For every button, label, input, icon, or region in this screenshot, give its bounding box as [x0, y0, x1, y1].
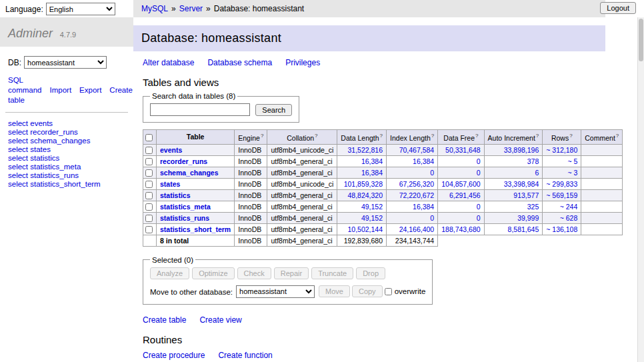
data-length-cell-link[interactable]: 49,152 — [361, 214, 383, 222]
sidebar-table-link[interactable]: select statistics — [8, 154, 125, 163]
sidebar-table-link[interactable]: select statistics_short_term — [8, 180, 125, 189]
data-length-cell-link[interactable]: 101,859,328 — [344, 180, 383, 188]
sidebar-menu-link[interactable]: Import — [50, 86, 72, 94]
db-select[interactable]: homeassistant — [24, 56, 107, 69]
move-db-select[interactable]: homeassistant — [236, 285, 315, 298]
help-icon[interactable]: ? — [315, 133, 317, 139]
help-icon[interactable]: ? — [261, 133, 263, 139]
index-length-cell-link[interactable]: 24,166,400 — [399, 225, 435, 233]
index-length-cell-link[interactable]: 67,256,320 — [399, 180, 435, 188]
data-length-cell-link[interactable]: 16,384 — [361, 169, 383, 177]
rows-cell-link[interactable]: ~ 299,833 — [546, 180, 577, 188]
sidebar-menu-link[interactable]: SQL command — [8, 76, 42, 94]
app-name-link[interactable]: Adminer — [8, 27, 53, 40]
table-name-link[interactable]: events — [160, 146, 182, 154]
rows-cell-link[interactable]: ~ 3 — [567, 169, 577, 177]
help-icon[interactable]: ? — [431, 133, 434, 139]
row-checkbox[interactable] — [145, 192, 153, 199]
data-length-cell-link[interactable]: 48,824,320 — [347, 191, 383, 199]
index-length-cell-link[interactable]: 0 — [430, 169, 434, 177]
routine-link[interactable]: Create function — [218, 351, 272, 360]
breadcrumb-link[interactable]: MySQL — [141, 4, 168, 13]
db-action-link[interactable]: Database schema — [207, 58, 272, 67]
help-icon[interactable]: ? — [475, 133, 478, 139]
auto-increment-cell-link[interactable]: 913,577 — [513, 191, 539, 199]
rows-cell-link[interactable]: ~ 244 — [560, 203, 578, 211]
data-length-cell-link[interactable]: 16,384 — [361, 157, 383, 165]
help-icon[interactable]: ? — [536, 133, 539, 139]
auto-increment-cell-link[interactable]: 325 — [527, 203, 539, 211]
breadcrumb-link[interactable]: Server — [179, 4, 203, 13]
data-free-cell-link[interactable]: 0 — [477, 157, 481, 165]
drop-button[interactable]: Drop — [356, 267, 385, 279]
sidebar-table-link[interactable]: select recorder_runs — [8, 128, 125, 137]
index-length-cell-link[interactable]: 16,384 — [413, 203, 434, 211]
row-checkbox[interactable] — [145, 203, 153, 211]
db-action-link[interactable]: Privileges — [285, 58, 320, 67]
select-all-checkbox[interactable] — [145, 134, 153, 141]
create-link[interactable]: Create table — [143, 315, 186, 325]
sidebar-menu-link[interactable]: Export — [79, 86, 101, 94]
index-length-cell-link[interactable]: 0 — [430, 214, 434, 222]
rows-cell-link[interactable]: ~ 5 — [567, 157, 577, 165]
data-free-cell-link[interactable]: 0 — [477, 203, 481, 211]
auto-increment-cell-link[interactable]: 39,999 — [517, 214, 539, 222]
search-button[interactable]: Search — [255, 104, 292, 116]
auto-increment-cell-link[interactable]: 6 — [535, 169, 539, 177]
optimize-button[interactable]: Optimize — [192, 267, 234, 279]
rows-cell-link[interactable]: ~ 312,180 — [546, 146, 577, 154]
routine-link[interactable]: Create procedure — [143, 351, 205, 360]
move-button[interactable]: Move — [319, 285, 350, 297]
row-checkbox[interactable] — [145, 215, 153, 222]
table-name-link[interactable]: recorder_runs — [160, 157, 207, 165]
sidebar-table-link[interactable]: select events — [8, 119, 125, 128]
scrollbar[interactable] — [637, 17, 644, 362]
logout-button[interactable]: Logout — [600, 2, 636, 14]
table-name-link[interactable]: schema_changes — [160, 169, 219, 177]
auto-increment-cell-link[interactable]: 378 — [527, 157, 539, 165]
data-length-cell-link[interactable]: 10,502,144 — [347, 225, 383, 233]
table-name-link[interactable]: statistics_runs — [160, 214, 209, 222]
row-checkbox[interactable] — [145, 169, 153, 177]
table-name-link[interactable]: states — [160, 180, 180, 188]
auto-increment-cell-link[interactable]: 33,898,196 — [504, 146, 539, 154]
row-checkbox[interactable] — [145, 158, 153, 165]
auto-increment-cell-link[interactable]: 8,581,645 — [508, 225, 539, 233]
auto-increment-cell-link[interactable]: 33,398,984 — [504, 180, 539, 188]
language-select[interactable]: English — [46, 3, 115, 15]
help-icon[interactable]: ? — [569, 133, 572, 139]
analyze-button[interactable]: Analyze — [150, 267, 189, 279]
repair-button[interactable]: Repair — [274, 267, 309, 279]
help-icon[interactable]: ? — [616, 133, 619, 139]
index-length-cell-link[interactable]: 72,220,672 — [399, 191, 435, 199]
rows-cell-link[interactable]: ~ 136,108 — [546, 225, 577, 233]
rows-cell-link[interactable]: ~ 569,159 — [546, 191, 577, 199]
sidebar-table-link[interactable]: select schema_changes — [8, 137, 125, 145]
data-length-cell-link[interactable]: 31,522,816 — [347, 146, 383, 154]
data-length-cell-link[interactable]: 49,152 — [361, 203, 383, 211]
search-input[interactable] — [150, 103, 250, 116]
data-free-cell-link[interactable]: 188,743,680 — [441, 225, 480, 233]
data-free-cell-link[interactable]: 50,331,648 — [445, 146, 481, 154]
sidebar-table-link[interactable]: select statistics_runs — [8, 171, 125, 180]
index-length-cell-link[interactable]: 16,384 — [413, 157, 434, 165]
check-button[interactable]: Check — [237, 267, 271, 279]
table-name-link[interactable]: statistics_short_term — [160, 225, 231, 233]
db-action-link[interactable]: Alter database — [143, 58, 194, 67]
table-name-link[interactable]: statistics — [160, 191, 191, 199]
scrollbar-thumb[interactable] — [639, 19, 643, 61]
create-link[interactable]: Create view — [199, 315, 241, 325]
data-free-cell-link[interactable]: 104,857,600 — [441, 180, 480, 188]
row-checkbox[interactable] — [145, 226, 153, 233]
data-free-cell-link[interactable]: 0 — [477, 169, 481, 177]
row-checkbox[interactable] — [145, 181, 153, 188]
sidebar-table-link[interactable]: select states — [8, 145, 125, 154]
help-icon[interactable]: ? — [380, 133, 383, 139]
sidebar-table-link[interactable]: select statistics_meta — [8, 163, 125, 171]
overwrite-checkbox[interactable] — [385, 288, 392, 295]
data-free-cell-link[interactable]: 6,291,456 — [449, 191, 481, 199]
index-length-cell-link[interactable]: 70,467,584 — [399, 146, 435, 154]
rows-cell-link[interactable]: ~ 628 — [560, 214, 578, 222]
table-name-link[interactable]: statistics_meta — [160, 203, 211, 211]
truncate-button[interactable]: Truncate — [311, 267, 353, 279]
